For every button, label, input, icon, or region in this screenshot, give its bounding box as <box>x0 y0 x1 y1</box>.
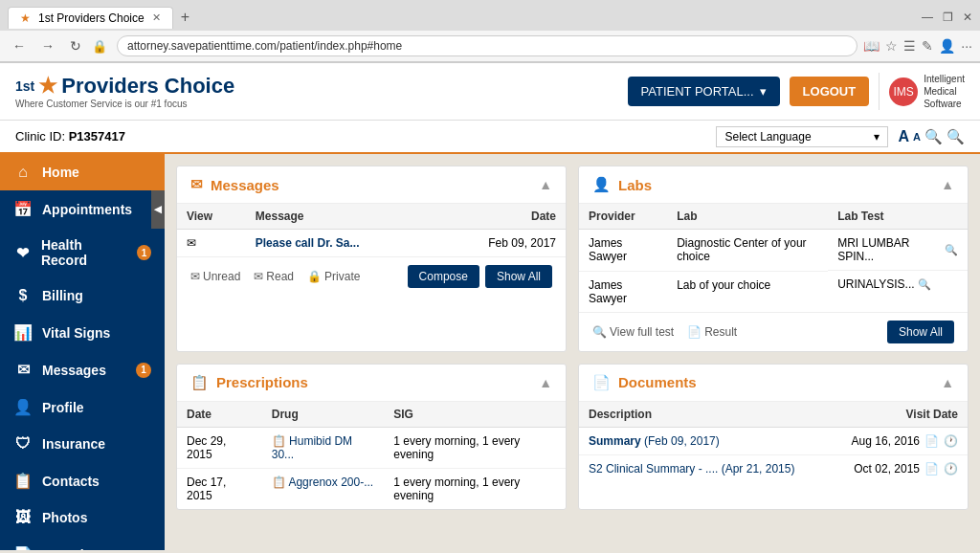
star-icon[interactable]: ☆ <box>885 38 898 54</box>
sidebar: ⌂ Home 📅 Appointments ◀ ❤ Health Record … <box>0 154 165 550</box>
sidebar-item-appointments[interactable]: 📅 Appointments ◀ <box>0 190 165 228</box>
private-filter[interactable]: 🔒 Private <box>307 270 360 283</box>
patient-portal-button[interactable]: PATIENT PORTAL... ▾ <box>628 77 780 106</box>
rx-drug-1[interactable]: 📋 Humibid DM 30... <box>262 427 385 468</box>
portal-label: PATIENT PORTAL... <box>641 84 754 99</box>
logo-star-icon: ★ <box>38 74 57 99</box>
search-icon-2[interactable]: 🔍 <box>947 128 965 145</box>
lab-search-icon-2[interactable]: 🔍 <box>918 278 931 291</box>
language-select[interactable]: Select Language ▾ <box>716 126 888 147</box>
clinic-bar: Clinic ID: P1357417 Select Language ▾ A … <box>0 121 980 154</box>
main-layout: ⌂ Home 📅 Appointments ◀ ❤ Health Record … <box>0 154 980 550</box>
app-header: 1st ★ Providers Choice Where Customer Se… <box>0 63 980 121</box>
logo-text: Providers Choice <box>61 74 234 99</box>
tab-close-button[interactable]: ✕ <box>152 11 161 24</box>
sidebar-item-label: Billing <box>42 288 83 303</box>
sidebar-item-vital-signs[interactable]: 📊 Vital Signs <box>0 314 165 351</box>
documents-title-icon: 📄 <box>592 374 611 391</box>
labs-col-test: Lab Test <box>828 204 968 230</box>
text-small-icon[interactable]: A <box>913 131 921 143</box>
labs-card-header: 👤 Labs ▲ <box>579 166 968 204</box>
read-envelope-icon: ✉ <box>254 270 263 283</box>
doc-clock-icon-1[interactable]: 🕐 <box>944 434 958 448</box>
profile-icon[interactable]: 👤 <box>939 38 955 54</box>
search-icon-1[interactable]: 🔍 <box>924 128 943 145</box>
doc-description-1[interactable]: Summary (Feb 09, 2017) <box>579 427 829 455</box>
doc-download-icon-2[interactable]: 📄 <box>924 462 939 476</box>
compose-button[interactable]: Compose <box>408 265 479 288</box>
labs-show-all-button[interactable]: Show All <box>887 321 954 343</box>
messages-collapse-button[interactable]: ▲ <box>539 177 552 192</box>
unread-filter[interactable]: ✉ Unread <box>190 270 240 283</box>
address-bar[interactable]: attorney.savepatienttime.com/patient/ind… <box>117 35 858 56</box>
bookmarks-icon[interactable]: 📖 <box>863 38 880 54</box>
labs-card-body: Provider Lab Lab Test James Sawyer Diagn… <box>579 204 968 312</box>
sidebar-item-label: Health Record <box>41 237 127 268</box>
sidebar-item-profile[interactable]: 👤 Profile <box>0 388 165 426</box>
text-size-controls: A A 🔍 🔍 <box>898 128 965 145</box>
restore-button[interactable]: ❐ <box>943 11 953 24</box>
view-full-test-link[interactable]: 🔍 View full test <box>592 325 674 339</box>
lock-icon: 🔒 <box>92 39 107 54</box>
doc-download-icon-1[interactable]: 📄 <box>924 434 939 448</box>
text-large-icon[interactable]: A <box>898 128 909 145</box>
more-icon[interactable]: ··· <box>961 38 972 54</box>
logout-button[interactable]: LOGOUT <box>790 77 870 106</box>
sidebar-item-label: Contacts <box>42 474 100 489</box>
rx-drug-2[interactable]: 📋 Aggrenox 200-... <box>262 468 385 509</box>
sidebar-item-contacts[interactable]: 📋 Contacts <box>0 462 165 499</box>
forward-button[interactable]: → <box>36 36 59 55</box>
doc-clock-icon-2[interactable]: 🕐 <box>944 462 958 476</box>
sidebar-item-billing[interactable]: $ Billing <box>0 277 165 314</box>
rx-col-drug: Drug <box>262 402 385 428</box>
message-link[interactable]: Please call Dr. Sa... <box>246 230 434 257</box>
tab-title: 1st Providers Choice <box>38 11 145 25</box>
url-text: attorney.savepatienttime.com/patient/ind… <box>127 39 402 53</box>
labs-collapse-button[interactable]: ▲ <box>941 177 954 192</box>
sidebar-item-facesheet[interactable]: 📄 Facesheet <box>0 536 165 550</box>
labs-col-lab: Lab <box>667 204 828 230</box>
table-row: Summary (Feb 09, 2017) Aug 16, 2016 📄 🕐 <box>579 427 968 455</box>
read-filter[interactable]: ✉ Read <box>254 270 294 283</box>
sidebar-item-health-record[interactable]: ❤ Health Record 1 <box>0 228 165 277</box>
insurance-icon: 🛡 <box>13 435 33 453</box>
documents-collapse-button[interactable]: ▲ <box>941 375 954 390</box>
search-full-icon: 🔍 <box>592 325 607 339</box>
rx-date-1: Dec 29, 2015 <box>177 427 262 468</box>
messages-card: ✉ Messages ▲ View Message Date <box>176 166 567 352</box>
rx-sig-2: 1 every morning, 1 every evening <box>384 468 566 509</box>
prescriptions-card-title: 📋 Prescriptions <box>190 374 308 391</box>
labs-table: Provider Lab Lab Test James Sawyer Diagn… <box>579 204 968 312</box>
messages-show-all-button[interactable]: Show All <box>485 265 552 288</box>
labs-footer-actions: Show All <box>887 321 954 343</box>
ims-logo: IMS Intelligent Medical Software <box>879 73 965 110</box>
menu-icon[interactable]: ☰ <box>903 38 916 54</box>
documents-card-header: 📄 Documents ▲ <box>579 365 968 402</box>
appointments-icon: 📅 <box>13 200 33 218</box>
window-close-button[interactable]: ✕ <box>963 11 972 24</box>
sidebar-item-label: Insurance <box>42 436 105 452</box>
sidebar-item-insurance[interactable]: 🛡 Insurance <box>0 426 165 462</box>
prescriptions-collapse-button[interactable]: ▲ <box>539 375 552 390</box>
sidebar-item-photos[interactable]: 🖼 Photos <box>0 499 165 536</box>
minimize-button[interactable]: — <box>922 11 933 24</box>
extensions-icon[interactable]: ✎ <box>922 38 933 54</box>
new-tab-button[interactable]: + <box>181 9 189 26</box>
back-button[interactable]: ← <box>8 36 31 55</box>
lab-test-1[interactable]: MRI LUMBAR SPIN... 🔍 <box>828 230 968 271</box>
labs-card-footer: 🔍 View full test 📄 Result Show All <box>579 312 968 351</box>
doc-description-2[interactable]: S2 Clinical Summary - .... (Apr 21, 2015… <box>579 455 829 483</box>
sidebar-item-label: Facesheet <box>42 547 107 551</box>
sidebar-item-label: Messages <box>42 363 106 378</box>
active-tab[interactable]: ★ 1st Providers Choice ✕ <box>8 7 173 29</box>
logo: 1st ★ Providers Choice Where Customer Se… <box>15 74 234 109</box>
prescriptions-title-icon: 📋 <box>190 374 209 391</box>
sidebar-item-messages[interactable]: ✉ Messages 1 <box>0 351 165 388</box>
sidebar-item-home[interactable]: ⌂ Home <box>0 154 165 190</box>
refresh-button[interactable]: ↻ <box>65 36 86 55</box>
lab-search-icon-1[interactable]: 🔍 <box>945 244 958 256</box>
result-link[interactable]: 📄 Result <box>687 325 737 339</box>
sidebar-collapse-arrow[interactable]: ◀ <box>151 190 165 229</box>
prescriptions-table: Date Drug SIG Dec 29, 2015 📋 Humibid DM … <box>177 402 566 509</box>
labs-title-icon: 👤 <box>592 176 611 193</box>
